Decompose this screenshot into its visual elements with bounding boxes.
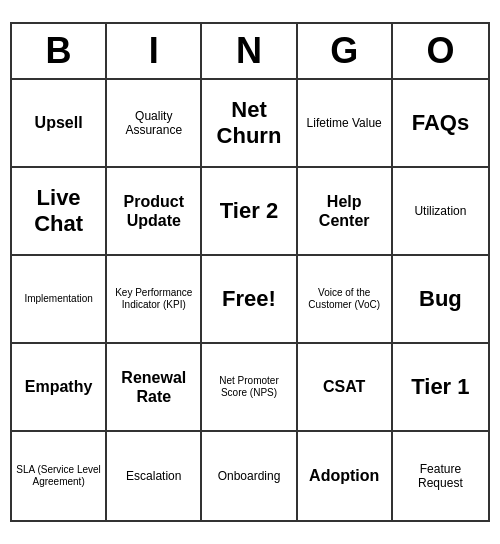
header-letter-i: I [107, 24, 202, 78]
cell-text-12: Free! [222, 286, 276, 312]
cell-text-3: Lifetime Value [307, 116, 382, 130]
cell-text-14: Bug [419, 286, 462, 312]
bingo-cell-23: Adoption [298, 432, 393, 520]
bingo-cell-11: Key Performance Indicator (KPI) [107, 256, 202, 344]
bingo-cell-4: FAQs [393, 80, 488, 168]
cell-text-16: Renewal Rate [111, 368, 196, 406]
cell-text-11: Key Performance Indicator (KPI) [111, 287, 196, 311]
bingo-cell-21: Escalation [107, 432, 202, 520]
bingo-cell-18: CSAT [298, 344, 393, 432]
cell-text-10: Implementation [24, 293, 92, 305]
bingo-cell-14: Bug [393, 256, 488, 344]
bingo-grid: UpsellQuality AssuranceNet ChurnLifetime… [12, 80, 488, 520]
cell-text-17: Net Promoter Score (NPS) [206, 375, 291, 399]
bingo-card: BINGO UpsellQuality AssuranceNet ChurnLi… [10, 22, 490, 522]
bingo-cell-6: Product Update [107, 168, 202, 256]
cell-text-9: Utilization [414, 204, 466, 218]
bingo-cell-16: Renewal Rate [107, 344, 202, 432]
header-letter-o: O [393, 24, 488, 78]
cell-text-13: Voice of the Customer (VoC) [302, 287, 387, 311]
cell-text-5: Live Chat [16, 185, 101, 238]
cell-text-18: CSAT [323, 377, 365, 396]
bingo-cell-17: Net Promoter Score (NPS) [202, 344, 297, 432]
bingo-cell-12: Free! [202, 256, 297, 344]
cell-text-0: Upsell [35, 113, 83, 132]
cell-text-19: Tier 1 [411, 374, 469, 400]
bingo-cell-9: Utilization [393, 168, 488, 256]
cell-text-15: Empathy [25, 377, 93, 396]
cell-text-22: Onboarding [218, 469, 281, 483]
bingo-header: BINGO [12, 24, 488, 80]
bingo-cell-5: Live Chat [12, 168, 107, 256]
bingo-cell-2: Net Churn [202, 80, 297, 168]
bingo-cell-15: Empathy [12, 344, 107, 432]
cell-text-24: Feature Request [397, 462, 484, 491]
cell-text-4: FAQs [412, 110, 469, 136]
cell-text-20: SLA (Service Level Agreement) [16, 464, 101, 488]
bingo-cell-22: Onboarding [202, 432, 297, 520]
bingo-cell-10: Implementation [12, 256, 107, 344]
bingo-cell-20: SLA (Service Level Agreement) [12, 432, 107, 520]
bingo-cell-19: Tier 1 [393, 344, 488, 432]
cell-text-6: Product Update [111, 192, 196, 230]
bingo-cell-1: Quality Assurance [107, 80, 202, 168]
cell-text-23: Adoption [309, 466, 379, 485]
bingo-cell-13: Voice of the Customer (VoC) [298, 256, 393, 344]
header-letter-g: G [298, 24, 393, 78]
cell-text-1: Quality Assurance [111, 109, 196, 138]
cell-text-21: Escalation [126, 469, 181, 483]
bingo-cell-7: Tier 2 [202, 168, 297, 256]
cell-text-2: Net Churn [206, 97, 291, 150]
bingo-cell-24: Feature Request [393, 432, 488, 520]
cell-text-7: Tier 2 [220, 198, 278, 224]
bingo-cell-0: Upsell [12, 80, 107, 168]
header-letter-b: B [12, 24, 107, 78]
bingo-cell-8: Help Center [298, 168, 393, 256]
cell-text-8: Help Center [302, 192, 387, 230]
bingo-cell-3: Lifetime Value [298, 80, 393, 168]
header-letter-n: N [202, 24, 297, 78]
